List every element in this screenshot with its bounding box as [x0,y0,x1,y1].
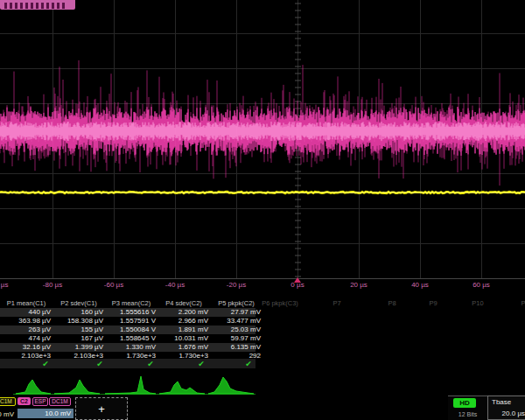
histicon [54,380,100,394]
histicon [159,382,205,394]
c2-esp-chip: ESP [32,397,48,406]
timebase-title: Tbase [492,398,511,407]
c1-coupling-chip: DC1M [0,397,16,406]
histicon [105,376,156,394]
histicon [16,380,51,394]
c2-coupling-chip: DC1M [49,397,71,406]
add-trace-button[interactable]: + [75,397,128,420]
histicon [208,377,254,394]
timebase-descriptor[interactable]: Tbase 20.0 µs [487,396,525,420]
timebase-value: 20.0 µs [502,410,525,418]
oscilloscope-screen: -100 µs-80 µs-60 µs-40 µs-20 µs0 µs20 µs… [0,0,525,420]
hd-indicator-box[interactable]: HD 12 Bits [448,396,487,420]
c1-vdiv-value: 0 mV [0,410,14,419]
c2-vdiv-value: 10.0 mV [18,409,74,418]
c2-channel-badge[interactable]: C2 [18,397,31,405]
hd-bits-label: 12 Bits [448,410,487,418]
measurement-histicons [0,0,525,420]
hd-badge: HD [453,398,476,408]
